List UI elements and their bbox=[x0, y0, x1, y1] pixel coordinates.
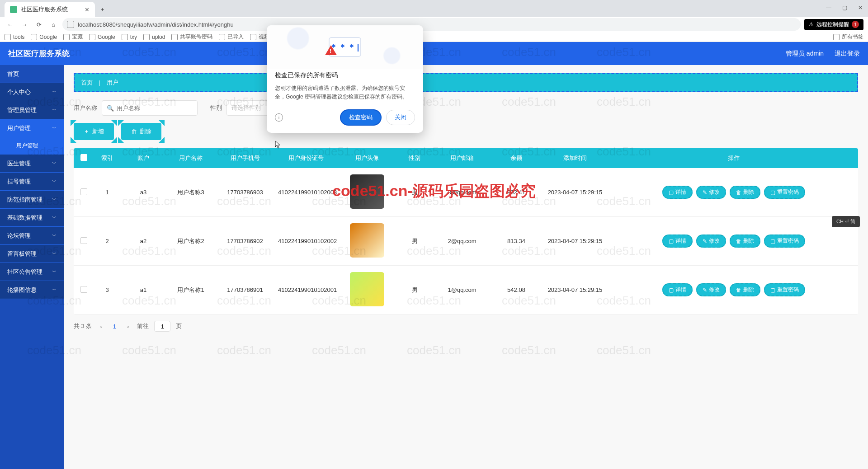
close-window-icon[interactable]: ✕ bbox=[858, 5, 863, 11]
address-bar: ← → ⟳ ⌂ localhost:8080/shequyiliaofw/adm… bbox=[0, 17, 868, 32]
bookmark-item[interactable]: Google bbox=[89, 34, 115, 40]
bookmark-label: Google bbox=[98, 34, 115, 40]
folder-icon bbox=[219, 34, 225, 40]
remote-warning-label: 远程控制提醒 bbox=[816, 21, 849, 28]
window-controls[interactable]: — ▢ ✕ bbox=[826, 5, 863, 11]
site-icon bbox=[122, 34, 128, 40]
bookmark-label: Google bbox=[39, 34, 57, 40]
bookmarks-bar: tools Google 宝藏 Google txy uplod 共享账号密码 … bbox=[0, 32, 868, 42]
remote-control-warning[interactable]: ⚠ 远程控制提醒 1 bbox=[804, 19, 863, 30]
bookmark-label: 宝藏 bbox=[72, 33, 83, 41]
bookmark-item[interactable]: 共享账号密码 bbox=[171, 33, 212, 41]
new-tab-button[interactable]: ＋ bbox=[95, 2, 110, 17]
dialog-hero: ＊＊＊| bbox=[267, 25, 423, 42]
tab-title: 社区医疗服务系统 bbox=[21, 5, 68, 14]
bookmark-item[interactable]: Google bbox=[31, 34, 57, 40]
folder-icon bbox=[5, 34, 11, 40]
password-card-icon: ＊＊＊| bbox=[329, 37, 361, 42]
google-icon bbox=[89, 34, 95, 40]
bookmark-item[interactable]: uplod bbox=[143, 34, 165, 40]
site-info-icon[interactable] bbox=[67, 21, 74, 28]
back-button[interactable]: ← bbox=[5, 19, 15, 30]
bookmark-label: tools bbox=[13, 34, 24, 40]
tab-bar: 社区医疗服务系统 ✕ ＋ bbox=[0, 0, 868, 17]
warning-icon: ⚠ bbox=[809, 21, 814, 28]
all-bookmarks-button[interactable]: 所有书签 bbox=[833, 33, 863, 41]
home-button[interactable]: ⌂ bbox=[48, 19, 59, 30]
bookmark-label: 共享账号密码 bbox=[180, 33, 212, 41]
bookmark-item[interactable]: 宝藏 bbox=[63, 33, 83, 41]
site-icon bbox=[143, 34, 150, 40]
bookmark-label: 所有书签 bbox=[842, 33, 863, 41]
bookmark-item[interactable]: tools bbox=[5, 34, 24, 40]
folder-icon bbox=[250, 34, 256, 40]
maximize-icon[interactable]: ▢ bbox=[842, 5, 847, 11]
browser-tab[interactable]: 社区医疗服务系统 ✕ bbox=[5, 2, 95, 17]
bookmark-item[interactable]: txy bbox=[122, 34, 137, 40]
minimize-icon[interactable]: — bbox=[826, 5, 831, 11]
tab-favicon-icon bbox=[10, 6, 17, 13]
bookmark-label: 已导入 bbox=[227, 33, 244, 41]
url-text: localhost:8080/shequyiliaofw/admin/dist/… bbox=[78, 21, 234, 28]
google-icon bbox=[31, 34, 37, 40]
forward-button[interactable]: → bbox=[19, 19, 30, 30]
bookmark-item[interactable]: 已导入 bbox=[219, 33, 244, 41]
bookmark-label: txy bbox=[130, 34, 137, 40]
folder-icon bbox=[63, 34, 70, 40]
remote-warning-count: 1 bbox=[852, 21, 859, 28]
close-tab-icon[interactable]: ✕ bbox=[85, 6, 90, 13]
bookmark-label: uplod bbox=[152, 34, 165, 40]
url-input[interactable]: localhost:8080/shequyiliaofw/admin/dist/… bbox=[62, 18, 801, 31]
reload-button[interactable]: ⟳ bbox=[33, 19, 44, 30]
password-check-dialog: ＊＊＊| 检查已保存的所有密码 您刚才使用的密码遭遇了数据泄露。为确保您的账号安… bbox=[267, 25, 423, 42]
site-icon bbox=[171, 34, 178, 40]
folder-icon bbox=[833, 34, 840, 40]
